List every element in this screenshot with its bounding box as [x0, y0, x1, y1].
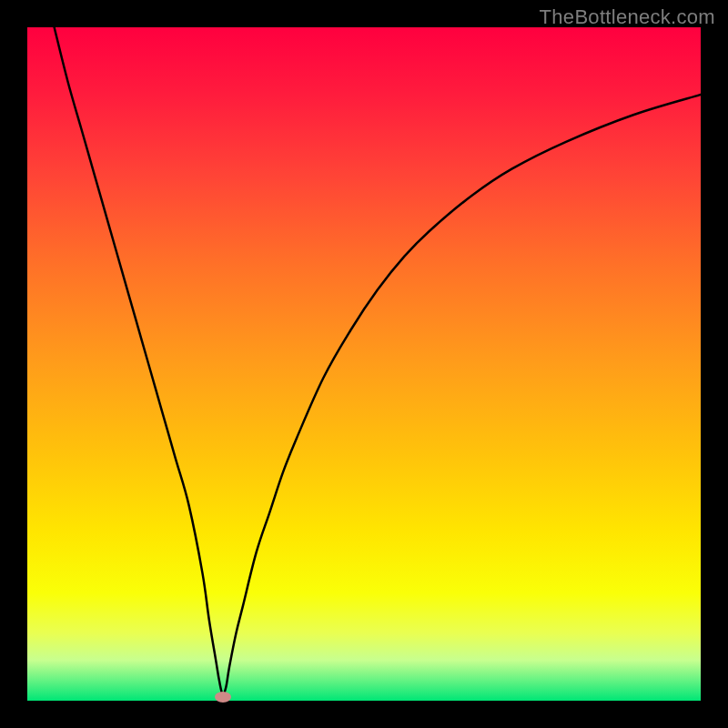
watermark-text: TheBottleneck.com: [540, 5, 715, 29]
plot-area: [27, 27, 701, 701]
optimal-point-marker: [215, 692, 231, 703]
bottleneck-curve: [27, 27, 701, 701]
chart-container: TheBottleneck.com: [0, 0, 728, 728]
